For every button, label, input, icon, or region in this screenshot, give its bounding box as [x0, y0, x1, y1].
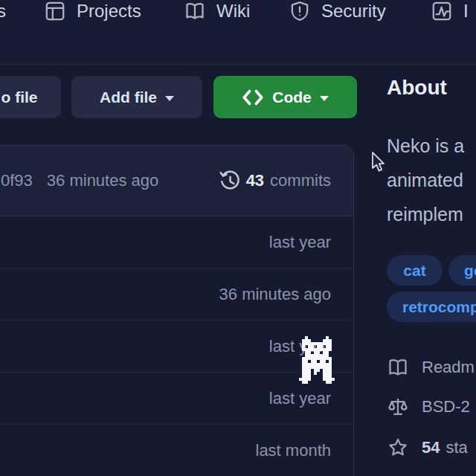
book-icon — [184, 1, 205, 22]
tag-label: retrocomp — [402, 298, 476, 316]
about-description: Neko is a animated reimplem — [387, 129, 464, 231]
stars-count: 54 — [422, 438, 440, 457]
nav-projects-label: Projects — [77, 1, 141, 22]
about-line: animated — [387, 163, 464, 197]
files-panel: 0f93 36 minutes ago 43 commits last year… — [0, 145, 354, 476]
topic-tag-go[interactable]: go — [448, 255, 476, 286]
license-label: BSD-2 — [422, 397, 470, 416]
file-row[interactable]: 36 minutes ago — [0, 268, 353, 321]
law-icon — [387, 396, 408, 417]
readme-link[interactable]: Readm — [387, 356, 475, 379]
add-file-label: Add file — [100, 89, 157, 106]
code-button[interactable]: Code — [213, 76, 357, 118]
file-row[interactable]: last month — [0, 425, 353, 476]
commit-time: 36 minutes ago — [47, 171, 158, 190]
nav-item-wiki[interactable]: Wiki — [184, 0, 250, 22]
chevron-down-icon — [320, 96, 329, 101]
about-heading: About — [387, 76, 447, 100]
go-to-file-label: o file — [1, 89, 37, 106]
file-updated: last month — [256, 441, 332, 460]
nav-security-label: Security — [321, 1, 386, 22]
about-line: Neko is a — [387, 129, 464, 163]
stars-label: sta — [446, 438, 467, 457]
file-row[interactable]: last year — [0, 216, 353, 268]
go-to-file-button[interactable]: o file — [0, 76, 61, 118]
nav-fragment-label: s — [0, 1, 6, 22]
nav-item-insights[interactable]: I — [431, 0, 469, 22]
nav-item-fragment[interactable]: s — [0, 0, 6, 22]
repo-nav-bar: s Projects Wiki Security I — [0, 0, 476, 65]
nav-wiki-label: Wiki — [216, 1, 250, 22]
commits-label: commits — [270, 171, 331, 190]
latest-commit-bar[interactable]: 0f93 36 minutes ago 43 commits — [0, 146, 353, 216]
chevron-down-icon — [165, 96, 174, 101]
code-icon — [242, 89, 264, 106]
stars-link[interactable]: 54sta — [387, 436, 468, 460]
license-link[interactable]: BSD-2 — [387, 395, 470, 419]
file-updated: last year — [269, 233, 331, 252]
tag-label: go — [464, 262, 476, 280]
topic-tag-cat[interactable]: cat — [387, 255, 443, 286]
table-icon — [45, 1, 65, 22]
add-file-button[interactable]: Add file — [71, 76, 202, 118]
mouse-cursor-icon — [370, 151, 387, 173]
shield-icon — [289, 1, 310, 22]
graph-icon — [431, 1, 452, 22]
file-updated: 36 minutes ago — [219, 285, 331, 304]
book-icon — [387, 357, 408, 378]
nav-item-projects[interactable]: Projects — [45, 0, 141, 22]
nav-insights-label: I — [463, 1, 469, 22]
about-line: reimplem — [387, 197, 464, 231]
commits-link[interactable]: 43 commits — [219, 170, 331, 192]
tag-label: cat — [403, 262, 425, 280]
commits-count: 43 — [246, 171, 264, 190]
commit-hash[interactable]: 0f93 — [1, 171, 33, 190]
history-icon — [219, 170, 241, 192]
readme-label: Readm — [422, 358, 475, 377]
nav-item-security[interactable]: Security — [289, 0, 386, 22]
topic-tag-retrocomputing[interactable]: retrocomp — [387, 292, 476, 322]
star-icon — [387, 437, 408, 458]
file-updated: last year — [269, 389, 331, 408]
neko-cat-sprite — [299, 336, 335, 384]
code-label: Code — [272, 89, 312, 106]
